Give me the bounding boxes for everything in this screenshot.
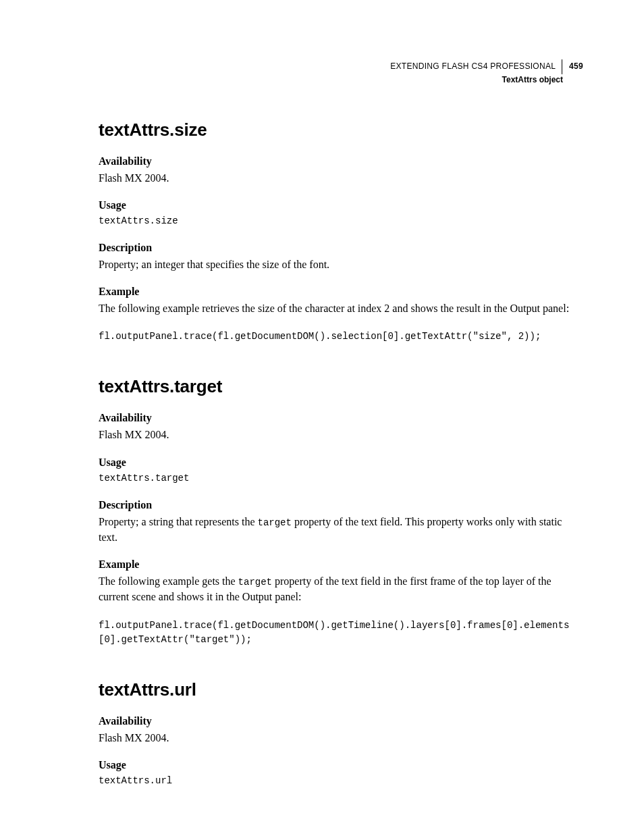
doc-subtitle: TextAttrs object	[390, 74, 563, 86]
section-heading: textAttrs.target	[99, 376, 583, 397]
header-divider	[562, 59, 562, 74]
usage-block: Usage textAttrs.url	[99, 759, 583, 788]
section-heading: textAttrs.size	[99, 120, 583, 140]
example-intro-code: target	[238, 577, 272, 588]
description-label: Description	[99, 242, 583, 254]
example-code: fl.outputPanel.trace(fl.getDocumentDOM()…	[99, 330, 583, 344]
availability-text: Flash MX 2004.	[99, 730, 583, 746]
doc-title: EXTENDING FLASH CS4 PROFESSIONAL	[390, 61, 556, 71]
usage-label: Usage	[99, 759, 583, 771]
section-heading: textAttrs.url	[99, 679, 583, 700]
description-text: Property; a string that represents the t…	[99, 514, 583, 545]
availability-label: Availability	[99, 715, 583, 727]
availability-text: Flash MX 2004.	[99, 170, 583, 186]
availability-block: Availability Flash MX 2004.	[99, 412, 583, 442]
description-pre: Property; a string that represents the	[99, 516, 258, 527]
example-block: Example The following example gets the t…	[99, 558, 583, 646]
page-container: EXTENDING FLASH CS4 PROFESSIONAL 459 Tex…	[0, 0, 644, 834]
example-label: Example	[99, 286, 583, 298]
example-intro: The following example gets the target pr…	[99, 573, 583, 604]
page-number: 459	[569, 61, 583, 71]
example-intro: The following example retrieves the size…	[99, 301, 583, 316]
usage-label: Usage	[99, 199, 583, 211]
usage-block: Usage textAttrs.size	[99, 199, 583, 228]
running-header-inner: EXTENDING FLASH CS4 PROFESSIONAL 459 Tex…	[390, 59, 583, 86]
example-block: Example The following example retrieves …	[99, 286, 583, 344]
description-label: Description	[99, 499, 583, 511]
usage-label: Usage	[99, 457, 583, 469]
description-block: Description Property; a string that repr…	[99, 499, 583, 545]
availability-block: Availability Flash MX 2004.	[99, 715, 583, 746]
availability-text: Flash MX 2004.	[99, 427, 583, 442]
example-label: Example	[99, 558, 583, 571]
description-inline-code: target	[258, 517, 292, 528]
running-header-line1: EXTENDING FLASH CS4 PROFESSIONAL 459	[390, 59, 583, 74]
running-header: EXTENDING FLASH CS4 PROFESSIONAL 459 Tex…	[99, 59, 583, 86]
section-url: textAttrs.url Availability Flash MX 2004…	[99, 679, 583, 788]
section-target: textAttrs.target Availability Flash MX 2…	[99, 376, 583, 646]
example-code: fl.outputPanel.trace(fl.getDocumentDOM()…	[99, 619, 583, 647]
section-size: textAttrs.size Availability Flash MX 200…	[99, 120, 583, 344]
usage-code: textAttrs.size	[99, 214, 583, 228]
availability-block: Availability Flash MX 2004.	[99, 155, 583, 186]
example-intro-pre: The following example gets the	[99, 575, 238, 587]
usage-block: Usage textAttrs.target	[99, 457, 583, 486]
usage-code: textAttrs.url	[99, 774, 583, 788]
availability-label: Availability	[99, 412, 583, 424]
usage-code: textAttrs.target	[99, 471, 583, 486]
description-block: Description Property; an integer that sp…	[99, 242, 583, 272]
availability-label: Availability	[99, 155, 583, 167]
description-text: Property; an integer that specifies the …	[99, 257, 583, 272]
